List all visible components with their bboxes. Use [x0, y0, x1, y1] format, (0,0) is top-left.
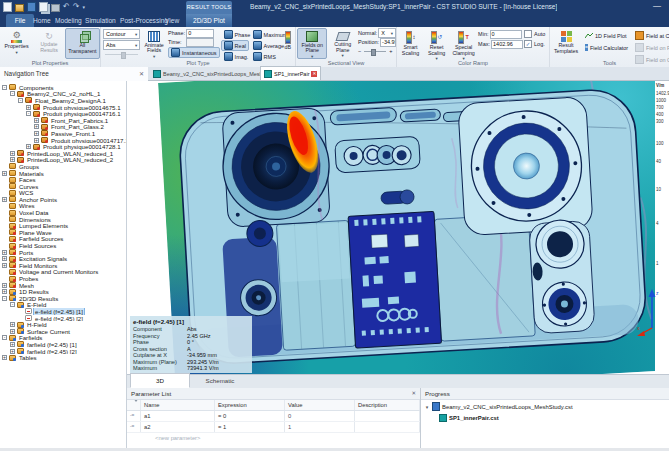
tree-item[interactable]: e-field (f=2.45) [2]	[0, 315, 126, 322]
document-tab[interactable]: SP1_innerPair ✕	[260, 66, 321, 80]
undo-icon[interactable]: ↶	[63, 2, 70, 12]
tree-item[interactable]: Dimensions	[0, 216, 126, 223]
animate-fields-button[interactable]: Animate Fields ▾	[141, 28, 167, 59]
tab-home[interactable]: Home	[33, 14, 51, 27]
special-clamping-button[interactable]: T Special Clamping ▾	[450, 28, 477, 59]
update-results-button[interactable]: ↻ Update Results	[33, 28, 64, 59]
all-transparent-button[interactable]: All Transparent	[65, 28, 100, 59]
expand-toggle-icon[interactable]: -	[10, 302, 15, 307]
redo-icon[interactable]: ↷	[73, 2, 80, 12]
tab-file[interactable]: File	[6, 14, 34, 27]
maximum-button[interactable]: Maximum	[250, 29, 280, 40]
open-file-icon[interactable]	[15, 4, 24, 12]
field-on-face-button[interactable]: Field on Fa...	[632, 42, 669, 53]
position-input[interactable]: -34.9586	[380, 38, 396, 47]
expand-toggle-icon[interactable]: ▾	[424, 404, 430, 410]
expand-toggle-icon[interactable]: -	[18, 98, 23, 103]
expand-toggle-icon[interactable]: +	[2, 171, 7, 176]
tree-item[interactable]: + Front_Part_Fabrics.1	[0, 117, 126, 124]
tab-2d3d-plot[interactable]: 2D/3D Plot	[186, 14, 232, 27]
progress-child-item[interactable]: SP1_innerPair.cst	[421, 413, 669, 422]
tree-item[interactable]: - Farfields	[0, 335, 126, 342]
expand-toggle-icon[interactable]: +	[2, 283, 7, 288]
expand-toggle-icon[interactable]: -	[10, 91, 15, 96]
instantaneous-button[interactable]: Instantaneous	[168, 47, 220, 58]
average-button[interactable]: Average	[250, 40, 280, 51]
tree-item[interactable]: - 2D/3D Results	[0, 295, 126, 302]
plot-density-slider[interactable]	[103, 52, 140, 57]
slider-plus[interactable]: +	[389, 48, 392, 54]
parameter-row[interactable]: -= a2 = 1 1	[127, 422, 420, 433]
time-input[interactable]	[186, 38, 214, 47]
smart-scaling-button[interactable]: ↕ Smart Scaling	[398, 28, 423, 59]
expand-toggle-icon[interactable]: +	[10, 342, 15, 347]
component-dropdown[interactable]: Abs▾	[103, 40, 140, 50]
minimize-button[interactable]: —	[653, 0, 661, 14]
tree-item[interactable]: + Ports	[0, 249, 126, 256]
real-button[interactable]: Real	[221, 40, 249, 51]
normal-dropdown[interactable]: X▾	[378, 28, 396, 38]
tab-post-processing[interactable]: Post-Processing	[120, 14, 168, 27]
tree-item[interactable]: Curves	[0, 183, 126, 190]
tree-item[interactable]: + Front_Part_Glass.2	[0, 124, 126, 131]
filter-icon[interactable]	[133, 400, 139, 408]
tree-item[interactable]: + 1D Results	[0, 288, 126, 295]
tree-item[interactable]: e-field (f=2.45) [1]	[0, 308, 126, 315]
expand-toggle-icon[interactable]: -	[26, 111, 31, 116]
tree-item[interactable]: + PrintedLoop_WLAN_reduced_2	[0, 157, 126, 164]
tree-item[interactable]: + PrintedLoop_WLAN_reduced_1	[0, 150, 126, 157]
position-slider[interactable]	[362, 49, 388, 54]
save-icon[interactable]	[27, 2, 36, 12]
tree-item[interactable]: - Produit physique00014716.1	[0, 110, 126, 117]
tree-item[interactable]: - E-Field	[0, 302, 126, 309]
expand-toggle-icon[interactable]: +	[26, 105, 31, 110]
tree-item[interactable]: + Materials	[0, 170, 126, 177]
tree-item[interactable]: Wires	[0, 203, 126, 210]
expand-toggle-icon[interactable]: +	[10, 349, 15, 354]
min-input[interactable]: 0	[490, 30, 522, 39]
close-icon[interactable]: ✕	[311, 71, 317, 77]
log-checkbox[interactable]: ✓	[524, 40, 532, 48]
slider-minus[interactable]: −	[358, 48, 361, 54]
result-templates-button[interactable]: Result Templates	[552, 28, 580, 59]
tab-modeling[interactable]: Modeling	[55, 14, 82, 27]
parameter-row[interactable]: -= a1 = 0 0	[127, 411, 420, 422]
expand-toggle-icon[interactable]: +	[10, 151, 15, 156]
fields-on-plane-button[interactable]: Fields on Plane ▾	[297, 28, 327, 59]
tree-item[interactable]: + Surface Current	[0, 328, 126, 335]
expand-toggle-icon[interactable]: +	[2, 197, 7, 202]
field-at-curve-button[interactable]: Field at Cu...	[632, 30, 669, 41]
expand-toggle-icon[interactable]: +	[2, 289, 7, 294]
new-file-icon[interactable]	[3, 2, 12, 12]
1d-field-plot-button[interactable]: 1D Field Plot	[582, 30, 630, 41]
tree-item[interactable]: + H-Field	[0, 321, 126, 328]
new-parameter-row[interactable]: <new parameter>	[127, 433, 420, 443]
tree-item[interactable]: Lumped Elements	[0, 222, 126, 229]
print-icon[interactable]	[51, 4, 60, 12]
tree-item[interactable]: Voltage and Current Monitors	[0, 269, 126, 276]
phase-input[interactable]: 0	[186, 29, 214, 38]
tree-item[interactable]: + Produit physique00014728.1	[0, 143, 126, 150]
tree-item[interactable]: + Field Monitors	[0, 262, 126, 269]
expand-toggle-icon[interactable]: -	[2, 296, 7, 301]
tree-item[interactable]: + farfield (f=2.45) [1]	[0, 341, 126, 348]
expand-toggle-icon[interactable]: +	[2, 250, 7, 255]
tree-item[interactable]: + Excitation Signals	[0, 255, 126, 262]
expand-toggle-icon[interactable]: +	[26, 144, 31, 149]
expand-toggle-icon[interactable]: +	[34, 124, 39, 129]
auto-checkbox[interactable]	[524, 30, 532, 38]
tree-item[interactable]: Field Sources	[0, 242, 126, 249]
phase-button[interactable]: Phase	[221, 29, 249, 40]
field-calculator-button[interactable]: = Field Calculator	[582, 42, 630, 53]
reset-scaling-button[interactable]: ↺ Reset Scaling ▾	[424, 28, 449, 59]
properties-button[interactable]: ⚙ Properties ▾	[0, 28, 33, 59]
close-icon[interactable]: ✕	[139, 67, 144, 81]
tree-item[interactable]: WCS	[0, 190, 126, 197]
view-tab[interactable]: 3D	[130, 373, 190, 388]
expand-toggle-icon[interactable]: +	[2, 256, 7, 261]
tree-item[interactable]: + Tables	[0, 354, 126, 361]
contour-dropdown[interactable]: Contour▾	[103, 29, 140, 39]
expand-toggle-icon[interactable]: +	[34, 131, 39, 136]
tree-item[interactable]: Groups	[0, 163, 126, 170]
cutting-plane-button[interactable]: Cutting Plane ▾	[328, 28, 357, 59]
